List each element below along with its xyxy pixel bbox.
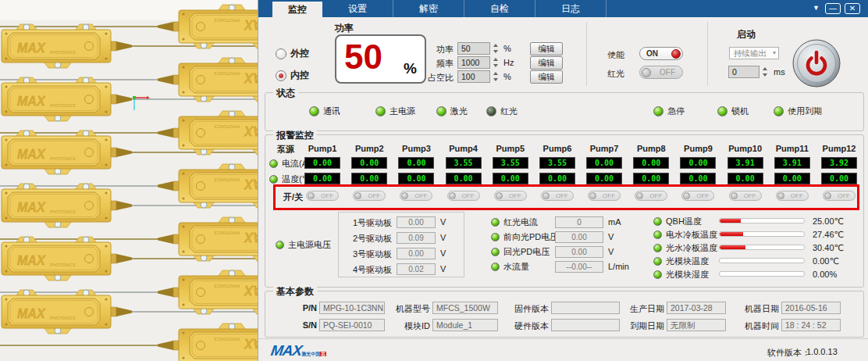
qbh-temp-led-icon xyxy=(653,217,662,226)
tab-decrypt[interactable]: 解密 xyxy=(393,0,464,17)
duration-spinner-arrows[interactable] xyxy=(761,66,770,78)
radio-external-circle[interactable] xyxy=(276,48,286,59)
titlebar-menu-arrow-icon[interactable]: ▼ xyxy=(813,4,820,12)
qbh-temp-bar xyxy=(719,218,805,223)
duration-value[interactable]: 0 xyxy=(728,66,760,78)
top-divider-1 xyxy=(586,22,587,86)
freq-spinner-value[interactable]: 1000 xyxy=(457,56,490,69)
laser-start-button[interactable] xyxy=(792,39,841,88)
status-lock: 锁机 xyxy=(717,105,749,117)
output-mode-dropdown[interactable]: 持续输出 ▾ xyxy=(729,47,779,59)
firmware-label: 固件版本 xyxy=(506,303,549,315)
water-flow-led-icon xyxy=(491,263,500,271)
elec-plate-temp-led-icon xyxy=(653,231,662,239)
power-spinner-value[interactable]: 50 xyxy=(457,42,490,55)
forward-pd-value: 0.00 xyxy=(555,231,603,243)
firmware-value xyxy=(551,302,620,314)
water-flow-unit: L/min xyxy=(608,262,629,271)
tab-monitor[interactable]: 监控 xyxy=(272,2,322,17)
machine-model-value: MFCS_1500W xyxy=(432,302,498,314)
current-led-icon xyxy=(269,159,278,168)
pump-temp-display: 0.00 xyxy=(304,173,340,184)
duty-spinner-value[interactable]: 100 xyxy=(457,70,490,83)
main-voltage-led-icon xyxy=(276,241,284,249)
power-edit-button[interactable]: 编辑 xyxy=(530,42,563,55)
duty-spinner-arrows[interactable] xyxy=(492,70,500,83)
module-3d-viewport[interactable]: MAX PHOTONICS xyxy=(0,0,258,361)
board1-unit: V xyxy=(440,217,446,227)
hardware-label: 硬件版本 xyxy=(506,320,549,332)
board2-unit: V xyxy=(440,233,446,242)
software-version-value: 1.0.0.13 xyxy=(806,347,838,356)
duty-field-label: 占空比 xyxy=(411,72,454,84)
pump-current-display: 3.92 xyxy=(821,157,857,169)
basic-params-title: 基本参数 xyxy=(273,285,317,298)
forward-pd-unit: V xyxy=(608,232,614,241)
freq-spinner-arrows[interactable] xyxy=(492,56,500,69)
software-version-label: 软件版本： xyxy=(767,347,810,359)
opt-plate-temp-bar xyxy=(719,245,805,250)
start-title: 启动 xyxy=(737,28,756,41)
redlight-toggle[interactable]: OFF xyxy=(639,66,683,79)
forward-pd-led-icon xyxy=(491,233,500,241)
pump-temp-display: 0.00 xyxy=(586,173,622,184)
freq-field-label: 频率 xyxy=(411,58,454,70)
return-pd-unit: V xyxy=(608,247,614,256)
pump-header: Pump2 xyxy=(346,144,393,153)
status-estop: 急停 xyxy=(653,105,685,117)
qbh-temp-value: 25.00℃ xyxy=(813,216,844,227)
control-panel: 监控 设置 解密 自检 日志 ▼ — ✕ 功率 外控 内控 50 % 功率 50… xyxy=(258,0,868,361)
status-redlight: 红光 xyxy=(486,105,518,117)
enable-toggle[interactable]: ON xyxy=(639,47,683,60)
module-humidity-value: 0.00% xyxy=(813,270,837,279)
radio-external[interactable]: 外控 xyxy=(276,47,309,60)
machine-date-label: 机器日期 xyxy=(736,303,779,315)
redlight-current-value: 0 xyxy=(555,216,603,228)
top-divider-2 xyxy=(707,22,708,86)
board1-label: 1号驱动板 xyxy=(340,217,392,229)
status-group-title: 状态 xyxy=(273,87,298,100)
module-humidity-led-icon xyxy=(653,270,662,279)
pump-temp-row: 0.00 0.00 0.00 0.00 0.00 0.00 0.00 0.00 … xyxy=(299,173,863,184)
pump-header: Pump8 xyxy=(628,144,674,153)
duty-edit-button[interactable]: 编辑 xyxy=(530,70,563,84)
redlight-led-icon xyxy=(486,106,496,116)
power-spinner-arrows[interactable] xyxy=(492,42,500,55)
radio-external-label: 外控 xyxy=(290,48,309,59)
minimize-button[interactable]: — xyxy=(825,3,841,14)
tabbar-spacer xyxy=(258,0,272,17)
radio-internal[interactable]: 内控 xyxy=(276,69,309,82)
pump-temp-display: 0.00 xyxy=(821,173,857,184)
pump-current-display: 3.91 xyxy=(727,157,763,169)
duration-unit: ms xyxy=(774,67,785,77)
tab-selftest[interactable]: 自检 xyxy=(464,0,535,17)
radio-internal-circle[interactable] xyxy=(276,70,286,81)
pump-temp-display: 0.00 xyxy=(727,173,763,184)
tab-log[interactable]: 日志 xyxy=(535,0,607,17)
power-value: 50 xyxy=(344,38,382,77)
freq-edit-button[interactable]: 编辑 xyxy=(530,56,563,70)
board4-unit: V xyxy=(440,264,446,273)
opt-plate-temp-row: 光水冷板温度 xyxy=(653,242,717,254)
pump-current-display: 0.00 xyxy=(398,157,434,169)
board2-label: 2号驱动板 xyxy=(340,233,392,245)
water-flow-row: 水流量 xyxy=(491,261,529,273)
machine-time-label: 机器时间 xyxy=(736,320,779,332)
tab-settings[interactable]: 设置 xyxy=(322,0,393,17)
module-temp-value: 0.00℃ xyxy=(813,256,839,266)
pump-header: Pump3 xyxy=(393,144,439,153)
redlight-toggle-state: OFF xyxy=(660,67,675,78)
close-button[interactable]: ✕ xyxy=(845,3,860,14)
board4-value: 0.02 xyxy=(397,263,436,275)
qbh-temp-row: QBH温度 xyxy=(653,216,702,227)
duty-field-unit: % xyxy=(503,72,511,81)
machine-date-value: 2016-05-16 xyxy=(781,302,841,314)
pump-header: Pump6 xyxy=(534,144,581,153)
footer-divider xyxy=(258,338,868,339)
module-temp-led-icon xyxy=(653,257,662,266)
brand-logo-chip: 芯 xyxy=(320,352,326,356)
pump-temp-display: 0.00 xyxy=(539,173,575,184)
machine-time-value: 18 : 24 : 52 xyxy=(781,319,841,331)
pn-label: P/N xyxy=(274,303,317,313)
pump-header: Pump5 xyxy=(487,144,534,153)
